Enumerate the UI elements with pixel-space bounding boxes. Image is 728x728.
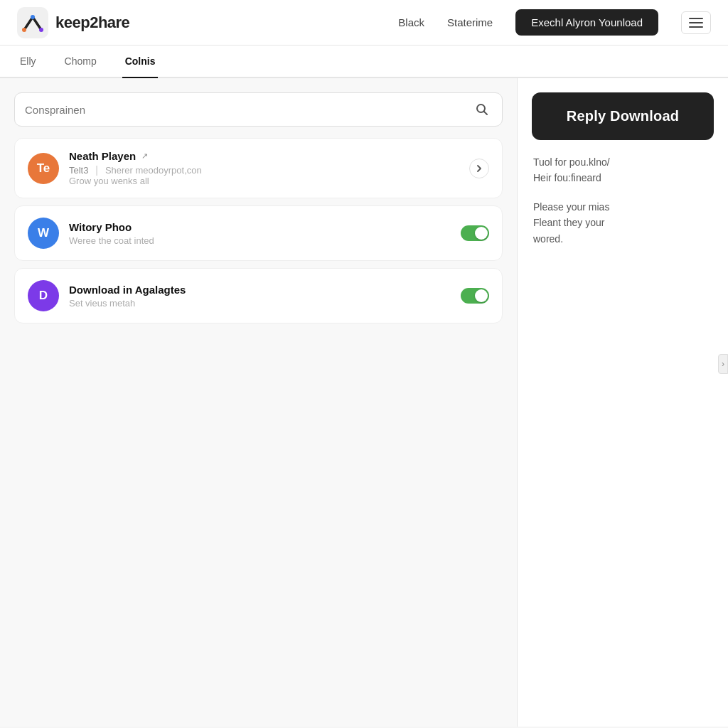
item-sub: Telt3 | Sherer meodoyrpot,con	[69, 164, 459, 176]
sub-nav: Elly Chomp Colnis	[0, 46, 728, 78]
right-panel: Reply Download Tuol for pou.klno/ Heir f…	[518, 78, 728, 727]
hamburger-menu-button[interactable]	[681, 11, 711, 34]
sub-nav-elly[interactable]: Elly	[17, 46, 39, 78]
toggle[interactable]	[461, 288, 489, 304]
item-sub: Weree the coat inted	[69, 235, 451, 246]
item-info: Neath Playen↗Telt3 | Sherer meodoyrpot,c…	[69, 150, 459, 186]
right-panel-body: Tuol for pou.klno/ Heir fou:fineard Plea…	[518, 140, 728, 274]
logo-icon	[17, 7, 48, 38]
svg-point-1	[31, 15, 35, 19]
text-line-1a: Tuol for pou.klno/	[533, 154, 712, 170]
text-block-1: Tuol for pou.klno/ Heir fou:fineard	[533, 154, 712, 186]
search-input[interactable]	[25, 104, 472, 116]
svg-point-3	[39, 28, 43, 32]
item-name: Witory Phoo	[69, 221, 132, 233]
logo-area: keep2hare	[17, 7, 129, 38]
list-item[interactable]: WWitory PhooWeree the coat inted	[14, 205, 503, 261]
item-sub-extra: Grow you wenks all	[69, 176, 459, 186]
hamburger-line-3	[689, 26, 703, 28]
item-meta: Weree the coat inted	[69, 235, 154, 246]
toggle-knob	[475, 227, 488, 240]
hamburger-line-1	[689, 18, 703, 19]
toggle-knob	[475, 289, 488, 302]
svg-line-5	[484, 112, 488, 115]
item-meta: Set vieus metah	[69, 298, 135, 309]
chevron-right-icon[interactable]	[469, 159, 489, 178]
sub-nav-colnis[interactable]: Colnis	[122, 46, 159, 78]
list-item[interactable]: DDownload in AgalagtesSet vieus metah	[14, 268, 503, 323]
reply-download-button[interactable]: Reply Download	[532, 92, 714, 140]
item-separator: |	[92, 164, 100, 176]
item-name: Neath Playen	[69, 150, 136, 162]
item-sub: Set vieus metah	[69, 298, 451, 309]
item-name-row: Neath Playen↗	[69, 150, 459, 162]
search-button[interactable]	[472, 100, 492, 119]
avatar: D	[28, 280, 59, 311]
svg-point-2	[22, 28, 26, 32]
avatar: W	[28, 218, 59, 249]
sidebar-arrow[interactable]: ›	[718, 354, 728, 374]
svg-rect-0	[17, 7, 48, 38]
item-name-row: Download in Agalagtes	[69, 284, 451, 296]
item-info: Witory PhooWeree the coat inted	[69, 221, 451, 246]
item-meta: Sherer meodoyrpot,con	[105, 165, 202, 176]
item-info: Download in AgalagtesSet vieus metah	[69, 284, 451, 309]
item-badge: ↗	[141, 151, 148, 161]
nav-black[interactable]: Black	[398, 16, 424, 28]
left-panel: TeNeath Playen↗Telt3 | Sherer meodoyrpot…	[0, 78, 518, 727]
sub-nav-chomp[interactable]: Chomp	[62, 46, 100, 78]
toggle[interactable]	[461, 225, 489, 241]
item-name-row: Witory Phoo	[69, 221, 451, 233]
text-line-2a: Please your mias	[533, 199, 712, 215]
text-line-2b: Fleant they your	[533, 215, 712, 230]
hamburger-line-2	[689, 22, 703, 23]
text-block-2: Please your mias Fleant they your wored.	[533, 199, 712, 247]
main-layout: TeNeath Playen↗Telt3 | Sherer meodoyrpot…	[0, 78, 728, 727]
header-nav: Black Staterime Exechl Alyron Younload	[398, 9, 711, 36]
header: keep2hare Black Staterime Exechl Alyron …	[0, 0, 728, 46]
search-bar	[14, 92, 503, 127]
toggle-container	[461, 288, 489, 304]
list-item[interactable]: TeNeath Playen↗Telt3 | Sherer meodoyrpot…	[14, 138, 503, 198]
text-line-2c: wored.	[533, 231, 712, 247]
search-icon	[475, 102, 489, 117]
nav-staterime[interactable]: Staterime	[447, 16, 493, 28]
toggle-container	[461, 225, 489, 241]
nav-exechl-button[interactable]: Exechl Alyron Younload	[515, 9, 658, 36]
list-container: TeNeath Playen↗Telt3 | Sherer meodoyrpot…	[14, 138, 503, 323]
logo-text: keep2hare	[55, 14, 129, 32]
avatar: Te	[28, 153, 59, 184]
text-line-1b: Heir fou:fineard	[533, 170, 712, 186]
item-name: Download in Agalagtes	[69, 284, 186, 296]
